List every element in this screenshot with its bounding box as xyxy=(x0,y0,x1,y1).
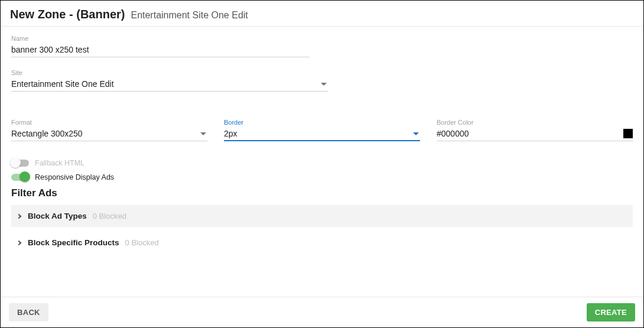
fallback-html-toggle[interactable] xyxy=(11,160,29,167)
border-field: Border 2px xyxy=(224,119,420,141)
responsive-ads-toggle[interactable] xyxy=(11,174,29,181)
format-row: Format Rectangle 300x250 Border 2px Bord… xyxy=(11,119,633,141)
border-color-field: Border Color xyxy=(437,119,633,141)
fallback-html-label: Fallback HTML xyxy=(35,159,84,167)
page-title: New Zone - (Banner) xyxy=(10,8,125,21)
responsive-toggle-row: Responsive Display Ads xyxy=(11,173,633,181)
border-color-input[interactable] xyxy=(437,129,623,138)
name-input[interactable] xyxy=(11,43,310,57)
format-label: Format xyxy=(11,119,207,126)
format-value: Rectangle 300x250 xyxy=(11,129,200,138)
block-specific-products-title: Block Specific Products xyxy=(28,238,119,247)
border-value: 2px xyxy=(224,129,413,138)
responsive-ads-label: Responsive Display Ads xyxy=(35,173,114,181)
page-subtitle: Entertainment Site One Edit xyxy=(131,10,248,21)
block-specific-products-count: 0 Blocked xyxy=(125,238,159,247)
fallback-toggle-row: Fallback HTML xyxy=(11,159,633,167)
name-label: Name xyxy=(11,35,310,42)
toggle-knob-icon xyxy=(19,171,30,182)
filter-ads-heading: Filter Ads xyxy=(11,187,633,199)
format-field: Format Rectangle 300x250 xyxy=(11,119,207,141)
name-field: Name xyxy=(11,35,310,57)
site-label: Site xyxy=(11,69,328,76)
toggle-knob-icon xyxy=(10,157,21,168)
page-header: New Zone - (Banner) Entertainment Site O… xyxy=(1,1,643,27)
border-color-label: Border Color xyxy=(437,119,633,126)
block-specific-products-row[interactable]: Block Specific Products 0 Blocked xyxy=(11,232,633,254)
footer-bar: BACK CREATE xyxy=(1,297,643,327)
chevron-right-icon xyxy=(17,213,21,218)
chevron-down-icon xyxy=(413,132,419,135)
create-button[interactable]: CREATE xyxy=(587,303,635,321)
site-field: Site Entertainment Site One Edit xyxy=(11,69,328,92)
form-content: Name Site Entertainment Site One Edit Fo… xyxy=(1,27,643,297)
color-swatch-icon[interactable] xyxy=(623,129,633,138)
chevron-down-icon xyxy=(200,132,206,135)
block-ad-types-count: 0 Blocked xyxy=(93,212,126,220)
block-ad-types-row[interactable]: Block Ad Types 0 Blocked xyxy=(11,205,633,227)
border-label: Border xyxy=(224,119,420,126)
site-select[interactable]: Entertainment Site One Edit xyxy=(11,77,328,92)
format-select[interactable]: Rectangle 300x250 xyxy=(11,127,207,141)
chevron-right-icon xyxy=(17,240,21,245)
border-color-row xyxy=(437,127,633,141)
back-button[interactable]: BACK xyxy=(9,303,48,321)
border-select[interactable]: 2px xyxy=(224,127,420,141)
chevron-down-icon xyxy=(321,83,327,86)
block-ad-types-title: Block Ad Types xyxy=(28,212,87,220)
new-zone-form: New Zone - (Banner) Entertainment Site O… xyxy=(0,0,644,328)
site-value: Entertainment Site One Edit xyxy=(11,79,321,89)
